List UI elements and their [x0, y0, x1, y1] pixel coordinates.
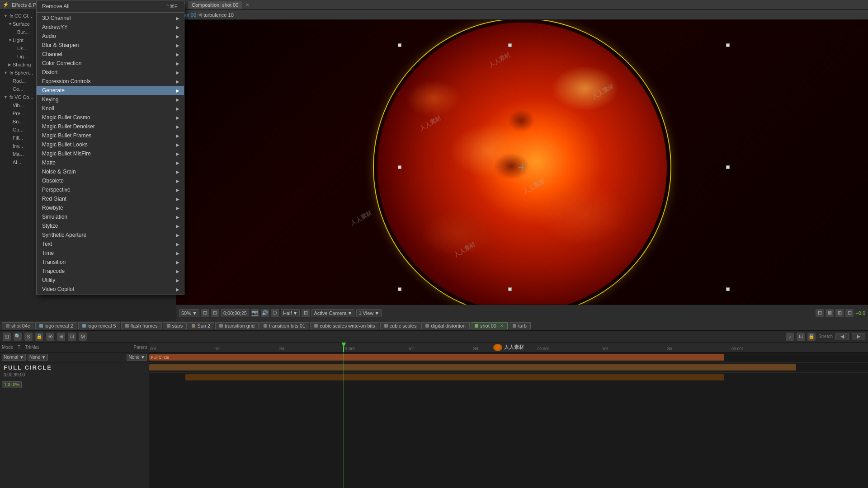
menu-item-blur-sharpen[interactable]: Blur & Sharpen ▶ — [37, 41, 184, 50]
ruler-mark-20f-2: 20f — [473, 347, 479, 351]
timeline-solo-icon[interactable]: S — [24, 333, 33, 341]
bottom-timecode: 0;00;99;00 — [4, 372, 25, 377]
menu-item-magic-bullet-denoiser[interactable]: Magic Bullet Denoiser ▶ — [37, 122, 184, 131]
region-icon[interactable]: ⊡ — [816, 309, 824, 317]
tab-flash-frames[interactable]: flash frames — [121, 322, 162, 329]
menu-item-knoll[interactable]: Knoll ▶ — [37, 104, 184, 113]
close-icon[interactable]: ✕ — [245, 2, 249, 7]
blend-mode-dropdown[interactable]: Normal ▼ — [2, 354, 26, 361]
timecode-display[interactable]: 0;00;00;25 — [221, 309, 249, 317]
viewer-icon[interactable]: ⊡ — [845, 309, 854, 317]
tab-logo-reveal-2[interactable]: logo reveal 2 — [35, 322, 77, 329]
menu-label: Expression Controls — [42, 78, 90, 84]
menu-item-stylize[interactable]: Stylize ▶ — [37, 221, 184, 230]
menu-item-text[interactable]: Text ▶ — [37, 239, 184, 249]
tab-shot-04c[interactable]: shot 04c — [2, 322, 34, 329]
tab-logo-reveal-5[interactable]: logo reveal 5 — [78, 322, 120, 329]
opacity-value[interactable]: 100.0% — [2, 381, 22, 388]
tab-transition-bits-01[interactable]: transition bits 01 — [259, 322, 309, 329]
transparency2-icon[interactable]: ⊠ — [826, 309, 834, 317]
audio-icon[interactable]: 🔊 — [261, 309, 269, 317]
tab-shot-00[interactable]: shot 00 ✕ — [471, 322, 508, 329]
timeline-solo2-icon[interactable]: ⊡ — [797, 333, 805, 341]
tab-digital-distortion[interactable]: digital distortion — [421, 322, 469, 329]
view-mode-dropdown[interactable]: Active Camera ▼ — [311, 309, 354, 317]
timeline-nav-prev[interactable]: ◀ — [835, 333, 849, 340]
menu-item-time[interactable]: Time ▶ — [37, 249, 184, 258]
snapshot-icon[interactable]: 📷 — [251, 309, 259, 317]
menu-item-magic-bullet-looks[interactable]: Magic Bullet Looks ▶ — [37, 140, 184, 149]
menu-item-noise-grain[interactable]: Noise & Grain ▶ — [37, 167, 184, 176]
ruler-mark-10f-2: 10f — [408, 347, 414, 351]
tab-cubic-scales-write-on-bits[interactable]: cubic scales write-on bits — [310, 322, 379, 329]
timeline-lock2-icon[interactable]: 🔒 — [807, 333, 816, 341]
menu-item-matte[interactable]: Matte ▶ — [37, 158, 184, 167]
menu-label: Obsolete — [42, 178, 64, 184]
menu-item-magic-bullet-cosmo[interactable]: Magic Bullet Cosmo ▶ — [37, 113, 184, 122]
resolution-dropdown[interactable]: Half ▼ — [281, 309, 300, 317]
menu-item-perspective[interactable]: Perspective ▶ — [37, 185, 184, 194]
menu-item-obsolete[interactable]: Obsolete ▶ — [37, 176, 184, 185]
timeline-search-icon[interactable]: 🔍 — [14, 333, 22, 341]
tab-color-indicator — [82, 324, 86, 328]
timeline-home-icon[interactable]: ⊡ — [3, 333, 11, 341]
composition-tab[interactable]: Composition: shot 00 — [188, 1, 242, 9]
track-clip-2[interactable] — [149, 364, 796, 371]
resolution-icon[interactable]: ⊞ — [211, 309, 219, 317]
menu-item-keying[interactable]: Keying ▶ — [37, 95, 184, 104]
trk-mat-dropdown[interactable]: None ▼ — [28, 354, 48, 361]
fit-icon[interactable]: ⊡ — [201, 309, 209, 317]
menu-item-utility[interactable]: Utility ▶ — [37, 276, 184, 285]
menu-item-magic-bullet-misfire[interactable]: Magic Bullet MisFire ▶ — [37, 149, 184, 158]
3d-icon[interactable]: ⊞ — [835, 309, 844, 317]
comp-panel-header: 🎬 Composition: shot 00 ✕ — [176, 0, 868, 10]
transparency-icon[interactable]: ⬡ — [271, 309, 279, 317]
menu-item-simulation[interactable]: Simulation ▶ — [37, 212, 184, 221]
tab-color-indicator — [513, 324, 516, 328]
track-clip-3[interactable] — [185, 374, 725, 380]
playhead-indicator[interactable] — [343, 343, 344, 352]
track-clip-main[interactable]: Full Circle — [149, 354, 724, 361]
timeline-audio-icon[interactable]: ♪ — [786, 333, 794, 341]
menu-item-distort[interactable]: Distort ▶ — [37, 68, 184, 77]
submenu-arrow-icon: ▶ — [176, 133, 179, 138]
timeline-lock-icon[interactable]: 🔒 — [35, 333, 43, 341]
menu-item-transition[interactable]: Transition ▶ — [37, 258, 184, 267]
timeline-nav-next[interactable]: ▶ — [852, 333, 865, 340]
grid-icon[interactable]: ⊞ — [302, 309, 310, 317]
timeline-frame-icon[interactable]: ⊡ — [68, 333, 76, 341]
track-row-2 — [149, 363, 868, 371]
menu-item-3d-channel[interactable]: 3D Channel ▶ — [37, 14, 184, 23]
menu-item-expression-controls[interactable]: Expression Controls ▶ — [37, 77, 184, 86]
timeline-motion-icon[interactable]: M — [79, 333, 87, 341]
tab-sun-2[interactable]: Sun 2 — [188, 322, 214, 329]
tab-transition-grid[interactable]: transition grid — [215, 322, 259, 329]
tab-turb[interactable]: turb — [509, 322, 531, 329]
menu-item-remove-all[interactable]: Remove All ⇧⌘E — [37, 1, 184, 11]
menu-item-generate[interactable]: Generate ▶ — [37, 86, 184, 95]
tab-stars[interactable]: stars — [163, 322, 187, 329]
tab-label: transition grid — [225, 323, 255, 328]
menu-item-channel[interactable]: Channel ▶ — [37, 50, 184, 59]
submenu-arrow-icon: ▶ — [176, 215, 179, 220]
menu-item-video-copilot[interactable]: Video Copilot ▶ — [37, 285, 184, 294]
menu-item-synthetic-aperture[interactable]: Synthetic Aperture ▶ — [37, 230, 184, 239]
tab-cubic-scales[interactable]: cubic scales — [380, 322, 421, 329]
menu-item-magic-bullet-frames[interactable]: Magic Bullet Frames ▶ — [37, 131, 184, 140]
view-count-dropdown[interactable]: 1 View ▼ — [356, 309, 382, 317]
path-separator: ◀ — [198, 12, 202, 18]
menu-item-trapcode[interactable]: Trapcode ▶ — [37, 267, 184, 276]
menu-item-color-correction[interactable]: Color Correction ▶ — [37, 59, 184, 68]
timeline-shy-icon[interactable]: 👁 — [46, 333, 54, 341]
parent-dropdown[interactable]: None ▼ — [127, 354, 147, 361]
menu-item-red-giant[interactable]: Red Giant ▶ — [37, 194, 184, 203]
zoom-dropdown[interactable]: 50% ▼ — [179, 309, 199, 317]
menu-label: Synthetic Aperture — [42, 232, 86, 238]
menu-item-andrewyy[interactable]: AndrewYY ▶ — [37, 23, 184, 32]
turbulence-breadcrumb[interactable]: turbulence 10 — [203, 12, 234, 18]
close-tab-icon[interactable]: ✕ — [500, 324, 504, 328]
menu-label: Stylize — [42, 223, 58, 229]
menu-item-audio[interactable]: Audio ▶ — [37, 32, 184, 41]
menu-item-rowbyte[interactable]: Rowbyte ▶ — [37, 203, 184, 212]
timeline-collapse-icon[interactable]: ⊞ — [57, 333, 65, 341]
